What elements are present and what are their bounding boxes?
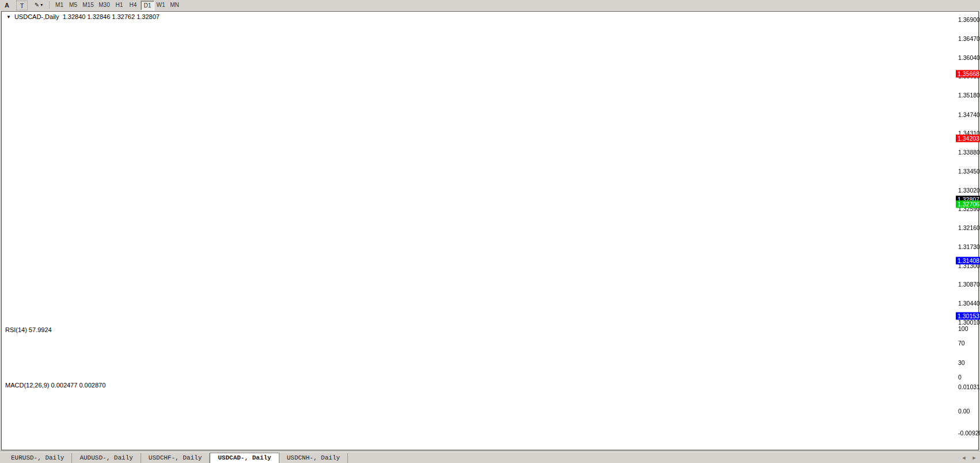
tab-usdcad[interactable]: USDCAD-, Daily	[210, 453, 279, 463]
mt4-terminal: A T ✎ ▾ M1M5M15M30H1H4D1W1MN ▼USDCAD-,Da…	[0, 0, 980, 463]
timeframe-button-mn[interactable]: MN	[168, 1, 181, 9]
rsi-axis-tick: 70	[958, 340, 965, 347]
rsi-axis-tick: 100	[958, 325, 968, 332]
price-axis-tick: 1.35180	[958, 92, 980, 99]
chevron-down-icon: ▾	[40, 2, 43, 7]
draw-style-tool-icon[interactable]: ✎ ▾	[31, 1, 46, 9]
price-axis-tick: 1.30440	[958, 300, 980, 307]
chart-symbol-label: USDCAD-,Daily	[14, 13, 59, 20]
timeframe-button-d1[interactable]: D1	[141, 1, 154, 10]
price-line-badge[interactable]: 1.32706	[956, 200, 980, 208]
tab-eurusd[interactable]: EURUSD-, Daily	[3, 453, 72, 463]
brush-icon: ✎	[35, 2, 39, 8]
timeframe-button-m15[interactable]: M15	[81, 1, 96, 9]
macd-axis-tick: 0.010311	[958, 383, 980, 390]
tab-scroll-right-icon[interactable]: ►	[970, 454, 978, 461]
price-axis-tick: 1.36470	[958, 35, 980, 42]
chart-window: ▼USDCAD-,Daily 1.32840 1.32846 1.32762 1…	[1, 11, 979, 450]
price-axis-tick: 1.36900	[958, 16, 980, 23]
timeframe-button-h1[interactable]: H1	[113, 1, 126, 9]
symbol-tab-bar: EURUSD-, DailyAUDUSD-, DailyUSDCHF-, Dai…	[0, 451, 980, 463]
toolbar-separator	[49, 1, 51, 9]
price-axis-tick: 1.36040	[958, 54, 980, 61]
price-line-badge[interactable]: 1.34203	[956, 134, 980, 142]
price-axis-tick: 1.30870	[958, 281, 980, 288]
chart-ohlc-values: 1.32840 1.32846 1.32762 1.32807	[63, 13, 160, 20]
collapse-triangle-icon[interactable]: ▼	[6, 14, 11, 20]
price-axis-tick: 1.31730	[958, 243, 980, 250]
tab-strip: EURUSD-, DailyAUDUSD-, DailyUSDCHF-, Dai…	[3, 451, 348, 463]
price-line-badge[interactable]: 1.31408	[956, 257, 980, 265]
price-axis-tick: 1.33020	[958, 187, 980, 194]
price-axis-tick: 1.32160	[958, 224, 980, 231]
rsi-axis-tick: 0	[958, 374, 962, 381]
timeframe-button-h4[interactable]: H4	[127, 1, 139, 9]
macd-indicator-header: MACD(12,26,9) 0.002477 0.002870	[5, 382, 105, 389]
text-box-tool-icon[interactable]: T	[16, 1, 28, 10]
top-toolbar: A T ✎ ▾ M1M5M15M30H1H4D1W1MN	[0, 0, 980, 11]
rsi-axis-tick: 30	[958, 359, 965, 366]
macd-axis-tick: 0.00	[958, 408, 970, 415]
price-axis-tick: 1.34740	[958, 111, 980, 118]
tab-scroll-left-icon[interactable]: ◄	[960, 454, 968, 461]
timeframe-button-w1[interactable]: W1	[154, 1, 167, 9]
timeframe-button-m5[interactable]: M5	[67, 1, 80, 9]
rsi-indicator-header: RSI(14) 57.9924	[5, 326, 52, 333]
tab-audusd[interactable]: AUDUSD-, Daily	[72, 453, 141, 463]
price-line-badge[interactable]: 1.35668	[956, 70, 980, 77]
timeframe-button-m1[interactable]: M1	[53, 1, 66, 9]
macd-axis-tick: -0.009203	[958, 430, 980, 436]
tab-usdcnh[interactable]: USDCNH-, Daily	[279, 453, 348, 463]
price-axis-tick: 1.33450	[958, 168, 980, 175]
chart-title: ▼USDCAD-,Daily 1.32840 1.32846 1.32762 1…	[6, 13, 160, 20]
price-axis-tick: 1.33880	[958, 149, 980, 156]
text-label-tool-icon[interactable]: A	[2, 1, 12, 9]
timeframe-button-m30[interactable]: M30	[97, 1, 112, 9]
price-line-badge[interactable]: 1.30153	[956, 313, 980, 320]
tab-usdchf[interactable]: USDCHF-, Daily	[141, 453, 210, 463]
